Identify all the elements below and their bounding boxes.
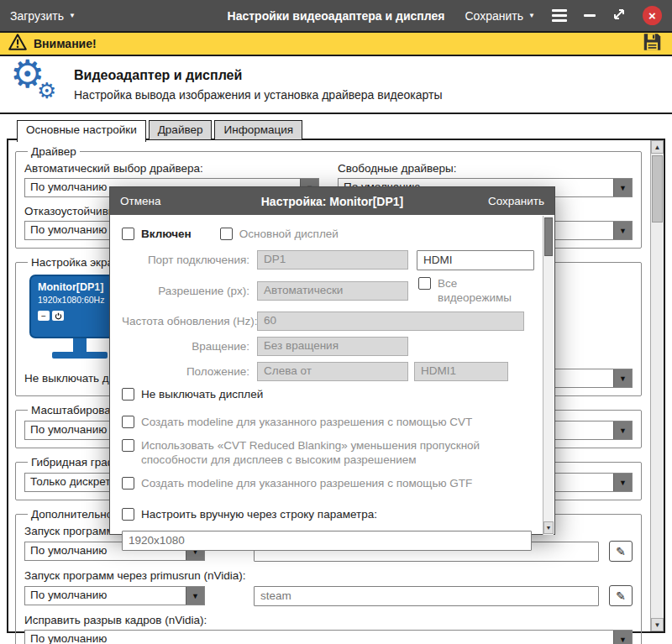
dropdown-arrow-icon[interactable]: ▼ xyxy=(613,222,632,239)
dropdown-arrow-icon[interactable]: ▼ xyxy=(613,631,632,644)
extra-group-legend: Дополнительно xyxy=(28,508,116,521)
tab-bar: Основные настройки Драйвер Информация xyxy=(17,120,302,142)
menu-icon[interactable] xyxy=(552,9,567,22)
position-field: Слева от xyxy=(257,362,408,381)
free-drivers-label: Свободные драйверы: xyxy=(338,162,633,175)
monitor-power-button[interactable] xyxy=(52,311,64,321)
primary-display-checkbox-row[interactable]: Основной дисплей xyxy=(220,227,339,242)
gtf-checkbox[interactable] xyxy=(122,477,134,490)
page-subtitle: Настройка вывода изображения и установка… xyxy=(74,88,442,102)
main-scrollbar[interactable]: ▲ ▼ xyxy=(650,140,664,631)
dpms-checkbox-row[interactable]: Не выключать дисплей xyxy=(122,387,263,402)
titlebar: Загрузить ▼ Настройки видеоадаптера и ди… xyxy=(0,0,672,31)
port-label: Порт подключения: xyxy=(122,254,249,266)
modal-cancel-button[interactable]: Отмена xyxy=(120,195,160,207)
monitor-base xyxy=(52,352,108,359)
dropdown-arrow-icon[interactable]: ▼ xyxy=(613,369,632,387)
refresh-field: 60 xyxy=(257,312,524,331)
close-button[interactable]: × xyxy=(643,6,662,25)
modal-scrollbar-thumb[interactable] xyxy=(544,217,553,256)
port-custom-input[interactable] xyxy=(417,250,534,270)
monitor-mode: 1920x1080:60Hz xyxy=(38,295,119,305)
enabled-checkbox-row[interactable]: Включен xyxy=(122,227,192,242)
driver-group-legend: Драйвер xyxy=(28,145,80,158)
tab-main-settings[interactable]: Основные настройки xyxy=(17,120,146,142)
auto-driver-label: Автоматический выбор драйвера: xyxy=(24,162,319,175)
cvt-checkbox-row[interactable]: Создать modeline для указанного разрешен… xyxy=(122,415,472,430)
tearfree-select[interactable]: По умолчанию ▼ xyxy=(24,630,633,644)
modal-scrollbar[interactable]: ▼ xyxy=(543,216,554,535)
gtf-checkbox-row[interactable]: Создать modeline для указанного разрешен… xyxy=(122,476,472,491)
gears-icon: ⚙⚙ xyxy=(10,61,62,108)
cvt-rb-checkbox[interactable] xyxy=(122,439,134,452)
modal-body: Включен Основной дисплей Порт подключени… xyxy=(110,215,554,534)
optirun-edit-button[interactable]: ✎ xyxy=(609,541,633,562)
pencil-icon: ✎ xyxy=(616,545,626,558)
cvt-rb-checkbox-row[interactable]: Использовать «CVT Reduced Blanking» умен… xyxy=(122,438,529,468)
warning-icon xyxy=(8,34,27,54)
rotation-label: Вращение: xyxy=(122,340,249,353)
tearfree-label: Исправить разрыв кадров (nVidia): xyxy=(24,614,633,626)
tab-information[interactable]: Информация xyxy=(214,120,302,140)
expand-button[interactable] xyxy=(612,8,626,24)
manual-checkbox[interactable] xyxy=(122,508,134,521)
all-modes-checkbox-row[interactable]: Все видеорежимы xyxy=(418,276,533,306)
save-menu-button[interactable]: Сохранить ▼ xyxy=(465,9,536,23)
modal-save-button[interactable]: Сохранить xyxy=(488,195,544,207)
save-menu-label: Сохранить xyxy=(465,9,524,23)
manual-modeline-input[interactable] xyxy=(122,531,532,551)
scroll-up-button[interactable]: ▲ xyxy=(651,140,664,154)
rotation-field: Без вращения xyxy=(257,337,408,356)
dropdown-arrow-icon[interactable]: ▼ xyxy=(613,179,632,196)
scroll-down-button[interactable]: ▼ xyxy=(651,618,664,631)
tab-driver[interactable]: Драйвер xyxy=(149,120,213,140)
page-header: ⚙⚙ Видеоадаптер и дисплей Настройка выво… xyxy=(0,56,672,114)
enabled-checkbox[interactable] xyxy=(122,228,134,240)
minimize-button[interactable] xyxy=(584,14,596,17)
cvt-checkbox[interactable] xyxy=(122,416,134,428)
primusrun-select[interactable]: По умолчанию ▼ xyxy=(24,586,205,605)
caret-down-icon: ▼ xyxy=(528,13,535,19)
app-window: Загрузить ▼ Настройки видеоадаптера и ди… xyxy=(0,0,672,644)
load-menu-label: Загрузить xyxy=(10,9,64,23)
primusrun-edit-button[interactable]: ✎ xyxy=(609,585,633,606)
modal-header: Отмена Настройка: Monitor[DP1] Сохранить xyxy=(110,187,554,215)
position-label: Положение: xyxy=(122,365,249,378)
page-title: Видеоадаптер и дисплей xyxy=(74,68,442,83)
save-disk-button[interactable] xyxy=(641,31,664,56)
warning-bar: Внимание! xyxy=(0,31,672,56)
warning-text: Внимание! xyxy=(34,37,97,50)
primusrun-label: Запуск программ через primusrun (nVidia)… xyxy=(24,569,633,582)
expand-icon xyxy=(612,8,626,21)
monitor-name: Monitor[DP1] xyxy=(38,281,119,293)
monitor-settings-dialog: Отмена Настройка: Monitor[DP1] Сохранить… xyxy=(109,186,555,535)
monitor-stand xyxy=(73,338,87,352)
dpms-checkbox[interactable] xyxy=(122,388,134,401)
caret-down-icon: ▼ xyxy=(69,13,76,19)
resolution-label: Разрешение (px): xyxy=(122,285,249,297)
scrollbar-thumb[interactable] xyxy=(652,155,663,223)
refresh-label: Частота обновления (Hz): xyxy=(122,315,249,327)
load-menu-button[interactable]: Загрузить ▼ xyxy=(10,9,76,23)
position-ref-field: HDMI1 xyxy=(414,362,508,381)
monitor-minus-button[interactable]: − xyxy=(38,311,50,321)
modal-scroll-down-button[interactable]: ▼ xyxy=(543,521,554,534)
manual-checkbox-row[interactable]: Настроить вручную через строку параметра… xyxy=(122,507,377,522)
resolution-field: Автоматически xyxy=(257,281,408,301)
all-modes-checkbox[interactable] xyxy=(418,277,431,290)
primusrun-command-input[interactable] xyxy=(254,586,599,606)
dropdown-arrow-icon[interactable]: ▼ xyxy=(186,587,204,605)
power-icon xyxy=(55,312,62,320)
dropdown-arrow-icon[interactable]: ▼ xyxy=(613,474,632,491)
primary-display-checkbox[interactable] xyxy=(220,228,233,240)
pencil-icon: ✎ xyxy=(616,589,626,603)
dropdown-arrow-icon[interactable]: ▼ xyxy=(613,421,632,439)
port-field: DP1 xyxy=(257,250,408,270)
floppy-icon xyxy=(641,31,664,53)
